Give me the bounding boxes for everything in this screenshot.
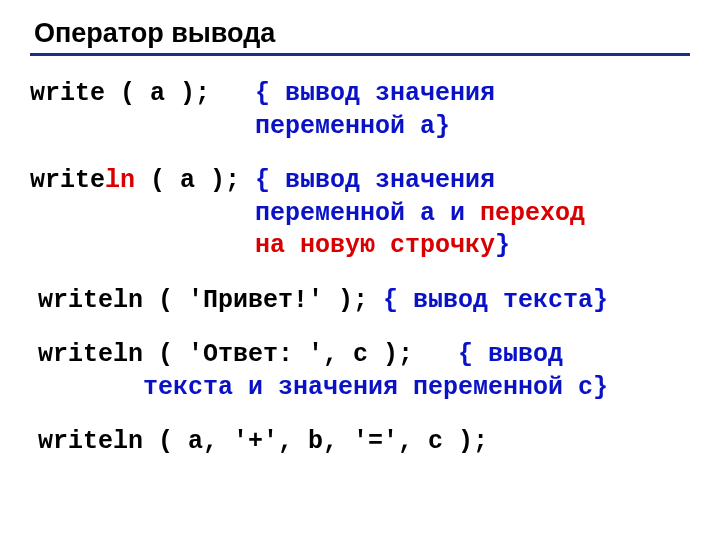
slide-title: Оператор вывода — [34, 18, 690, 49]
code-text: ( a ); — [135, 166, 255, 195]
comment-text: { вывод текста} — [383, 286, 608, 315]
code-highlight: на новую строчку — [30, 231, 495, 260]
code-example-1: write ( a ); { вывод значения переменной… — [30, 78, 690, 143]
code-example-4: writeln ( 'Ответ: ', c ); { вывод текста… — [38, 339, 690, 404]
comment-text: { вывод — [458, 340, 563, 369]
code-example-2: writeln ( a ); { вывод значения переменн… — [30, 165, 690, 263]
comment-text: переменной a} — [30, 112, 450, 141]
code-example-5: writeln ( a, '+', b, '=', c ); — [38, 426, 690, 459]
title-underline — [30, 53, 690, 56]
code-text: writeln ( 'Ответ: ', c ); — [38, 340, 458, 369]
code-example-3: writeln ( 'Привет!' ); { вывод текста} — [38, 285, 690, 318]
code-text: write ( a ); — [30, 79, 255, 108]
comment-text: { вывод значения — [255, 79, 495, 108]
code-text: write — [30, 166, 105, 195]
code-text: writeln ( 'Привет!' ); — [38, 286, 383, 315]
code-highlight: переход — [480, 199, 585, 228]
comment-text: переменной a и — [30, 199, 480, 228]
comment-text: { вывод значения — [255, 166, 495, 195]
comment-text: текста и значения переменной c} — [38, 373, 608, 402]
code-highlight: ln — [105, 166, 135, 195]
comment-text: } — [495, 231, 510, 260]
code-text: writeln ( a, '+', b, '=', c ); — [38, 427, 488, 456]
